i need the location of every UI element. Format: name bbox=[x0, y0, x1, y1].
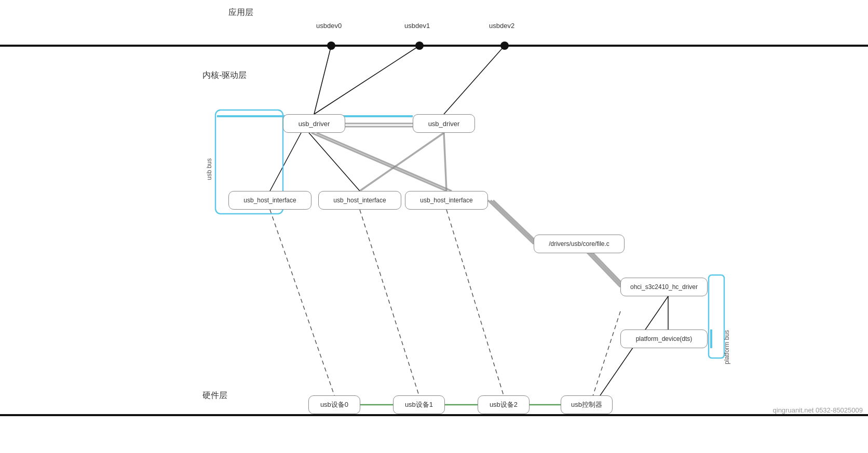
usb-host-interface-3: usb_host_interface bbox=[405, 191, 488, 210]
svg-rect-29 bbox=[709, 275, 724, 358]
svg-line-12 bbox=[317, 133, 452, 191]
svg-line-24 bbox=[360, 210, 419, 395]
usbdev2-label: usbdev2 bbox=[489, 22, 514, 30]
svg-point-31 bbox=[415, 42, 424, 50]
svg-line-16 bbox=[491, 200, 536, 244]
platform-node: platform_device(dts) bbox=[620, 330, 708, 348]
svg-line-10 bbox=[444, 133, 446, 191]
watermark: qingruanit.net 0532-85025009 bbox=[773, 406, 863, 414]
svg-line-17 bbox=[493, 200, 539, 244]
svg-line-25 bbox=[446, 210, 504, 395]
usbdev1-label: usbdev1 bbox=[404, 22, 430, 30]
usb-device-0: usb设备0 bbox=[308, 395, 360, 414]
svg-line-7 bbox=[270, 133, 301, 191]
svg-line-15 bbox=[488, 200, 534, 244]
usb-bus-label: usb bus bbox=[206, 158, 213, 180]
usb-host-interface-2: usb_host_interface bbox=[318, 191, 401, 210]
hardware-layer-label: 硬件层 bbox=[202, 390, 227, 401]
svg-line-23 bbox=[270, 210, 334, 395]
ohci-node: ohci_s3c2410_hc_driver bbox=[620, 278, 708, 296]
application-layer-label: 应用层 bbox=[228, 7, 253, 18]
usb-device-1: usb设备1 bbox=[393, 395, 445, 414]
svg-line-8 bbox=[309, 133, 360, 191]
svg-line-11 bbox=[311, 133, 446, 191]
usb-driver-2: usb_driver bbox=[413, 114, 475, 133]
usb-device-2: usb设备2 bbox=[478, 395, 530, 414]
svg-line-9 bbox=[360, 133, 444, 191]
usb-controller: usb控制器 bbox=[561, 395, 613, 414]
svg-point-32 bbox=[500, 42, 509, 50]
svg-line-5 bbox=[314, 46, 419, 114]
kernel-layer-label: 内核-驱动层 bbox=[202, 70, 247, 81]
svg-point-30 bbox=[327, 42, 335, 50]
svg-line-4 bbox=[314, 46, 331, 114]
platform-bus-label: platform bus bbox=[723, 330, 730, 364]
usb-driver-1: usb_driver bbox=[283, 114, 345, 133]
usbdev0-label: usbdev0 bbox=[316, 22, 342, 30]
diagram-lines bbox=[0, 0, 868, 453]
diagram-canvas: 应用层 内核-驱动层 硬件层 usbdev0 usbdev1 usbdev2 u… bbox=[0, 0, 868, 453]
usb-host-interface-1: usb_host_interface bbox=[228, 191, 311, 210]
file-node: /drivers/usb/core/file.c bbox=[534, 235, 625, 253]
svg-line-6 bbox=[444, 46, 505, 114]
